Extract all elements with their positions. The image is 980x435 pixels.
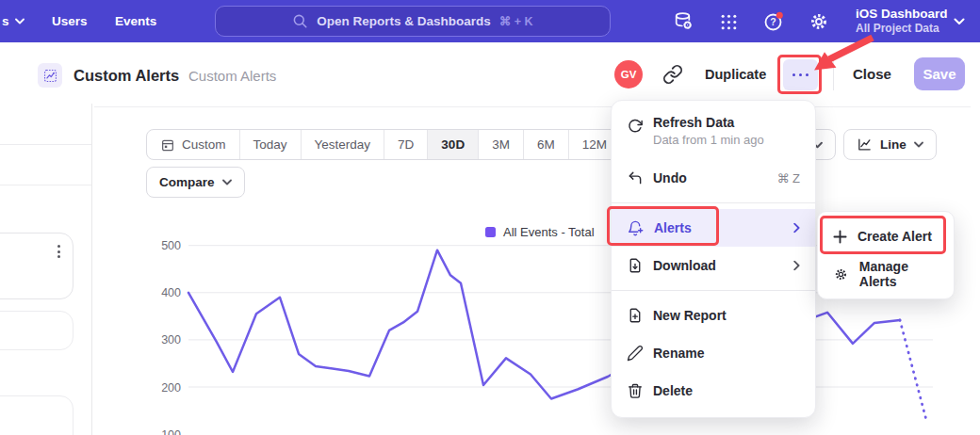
pencil-icon [627, 345, 644, 362]
menu-divider [612, 202, 815, 203]
search-shortcut: ⌘ + K [499, 14, 533, 28]
breadcrumb: Custom Alerts [188, 68, 276, 84]
database-gear-icon [672, 10, 694, 33]
more-options-button[interactable] [783, 59, 818, 90]
menu-item-refresh-data[interactable]: Refresh Data Data from 1 min ago [612, 108, 815, 159]
card-kebab-menu[interactable] [57, 245, 60, 258]
range-30d-selected[interactable]: 30D [428, 130, 479, 159]
menu-shortcut: ⌘ Z [776, 171, 800, 185]
header-divider [833, 58, 834, 90]
gear-icon [808, 10, 830, 33]
compare-button[interactable]: Compare [146, 167, 245, 198]
new-report-icon [627, 307, 644, 324]
submenu-label: Manage Alerts [859, 259, 939, 289]
chart-type-label: Line [880, 137, 906, 152]
svg-text:?: ? [770, 16, 776, 27]
chevron-down-icon[interactable] [954, 18, 965, 25]
chevron-down-icon [914, 141, 923, 148]
range-custom[interactable]: Custom [147, 130, 240, 159]
report-card[interactable] [0, 395, 74, 435]
range-label: Custom [182, 137, 226, 152]
range-yesterday[interactable]: Yesterday [302, 130, 385, 159]
dot [792, 73, 796, 77]
refresh-icon [627, 118, 644, 135]
menu-divider [612, 290, 815, 291]
user-avatar[interactable]: GV [614, 60, 643, 89]
menu-label: Alerts [654, 220, 692, 235]
report-card[interactable] [0, 311, 74, 350]
range-7d[interactable]: 7D [384, 130, 428, 159]
grid-dots-icon [718, 11, 740, 33]
nav-item-partial[interactable]: s [2, 0, 24, 42]
search-placeholder: Open Reports & Dashboards [317, 14, 491, 28]
menu-item-delete[interactable]: Delete [612, 372, 815, 410]
gear-icon [833, 266, 849, 283]
compare-label: Compare [159, 175, 215, 189]
download-file-icon [627, 257, 644, 274]
menu-item-rename[interactable]: Rename [612, 334, 815, 372]
legend-swatch [485, 227, 496, 237]
svg-text:100: 100 [161, 428, 181, 435]
menu-label: Refresh Data [653, 115, 764, 130]
more-options-menu: Refresh Data Data from 1 min ago Undo ⌘ … [611, 100, 816, 418]
menu-item-new-report[interactable]: New Report [612, 297, 815, 334]
chevron-down-icon [222, 179, 232, 185]
line-chart-icon [857, 137, 873, 153]
save-button[interactable]: Save [914, 57, 965, 90]
project-selector[interactable]: iOS Dashboard All Project Data [856, 6, 948, 36]
report-header: Custom Alerts Custom Alerts GV Duplicate… [0, 42, 980, 104]
menu-label: Rename [653, 346, 704, 361]
dot [806, 73, 809, 77]
nav-item-partial-label: s [2, 14, 9, 28]
chart-type-button[interactable]: Line [843, 129, 937, 160]
trash-icon [627, 382, 644, 399]
legend-label: All Events - Total [503, 225, 595, 239]
help-button[interactable]: ? [761, 9, 786, 34]
copy-link-button[interactable] [662, 64, 683, 85]
top-nav-bar: s Users Events Open Reports & Dashboards… [0, 0, 980, 42]
apps-grid-button[interactable] [716, 9, 741, 34]
data-management-button[interactable] [671, 9, 695, 34]
plus-icon [833, 230, 847, 244]
global-search-input[interactable]: Open Reports & Dashboards ⌘ + K [215, 6, 611, 37]
menu-label: Undo [653, 170, 687, 185]
dot [799, 73, 803, 77]
svg-text:400: 400 [161, 286, 181, 299]
undo-icon [627, 169, 644, 186]
bell-plus-icon [627, 219, 645, 237]
help-icon: ? [761, 9, 786, 34]
legend-item[interactable]: All Events - Total [485, 225, 595, 239]
settings-button[interactable] [807, 9, 831, 34]
sidebar-divider [0, 144, 91, 145]
svg-text:500: 500 [161, 239, 181, 252]
submenu-item-manage-alerts[interactable]: Manage Alerts [818, 255, 954, 293]
nav-item-users[interactable]: Users [52, 0, 88, 42]
left-sidebar [0, 104, 92, 435]
close-button[interactable]: Close [853, 66, 891, 82]
menu-label: Download [653, 258, 716, 273]
notification-dot [776, 12, 783, 19]
menu-item-undo[interactable]: Undo ⌘ Z [612, 159, 815, 197]
project-title: iOS Dashboard [856, 6, 948, 22]
search-icon [292, 13, 308, 29]
calendar-icon [160, 137, 175, 153]
range-3m[interactable]: 3M [479, 130, 524, 159]
submenu-item-create-alert[interactable]: Create Alert [818, 218, 954, 255]
menu-item-alerts[interactable]: Alerts [612, 209, 815, 247]
menu-item-download[interactable]: Download [612, 247, 815, 284]
date-range-control: Custom Today Yesterday 7D 30D 3M 6M 12M [146, 129, 621, 160]
menu-label: Delete [653, 383, 693, 398]
page-title: Custom Alerts [74, 67, 179, 85]
duplicate-button[interactable]: Duplicate [705, 67, 766, 82]
chevron-right-icon [793, 223, 800, 234]
range-6m[interactable]: 6M [524, 130, 569, 159]
app-window: s Users Events Open Reports & Dashboards… [0, 0, 980, 435]
report-card[interactable] [0, 233, 74, 299]
menu-subtitle: Data from 1 min ago [653, 133, 764, 147]
nav-item-events[interactable]: Events [115, 0, 156, 42]
project-subtitle: All Project Data [856, 22, 948, 36]
chevron-right-icon [793, 261, 800, 271]
range-today[interactable]: Today [240, 130, 302, 159]
submenu-label: Create Alert [858, 229, 932, 244]
report-type-icon [38, 63, 62, 88]
